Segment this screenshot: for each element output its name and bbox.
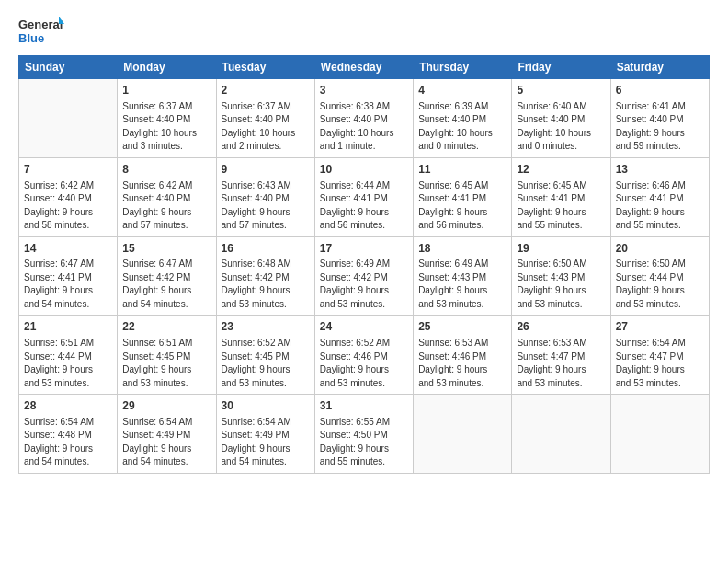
calendar-cell: 25Sunrise: 6:53 AMSunset: 4:46 PMDayligh… xyxy=(414,316,512,395)
day-info: Sunrise: 6:46 AMSunset: 4:41 PMDaylight:… xyxy=(616,179,704,233)
day-number: 24 xyxy=(320,319,408,335)
day-info: Sunrise: 6:42 AMSunset: 4:40 PMDaylight:… xyxy=(122,179,210,233)
day-number: 14 xyxy=(24,241,112,257)
day-number: 6 xyxy=(616,83,704,98)
day-number: 5 xyxy=(517,83,605,98)
calendar-cell: 18Sunrise: 6:49 AMSunset: 4:43 PMDayligh… xyxy=(414,236,512,316)
day-number: 30 xyxy=(222,398,310,414)
day-info: Sunrise: 6:50 AMSunset: 4:43 PMDaylight:… xyxy=(517,258,605,311)
day-number: 1 xyxy=(122,83,210,98)
day-number: 27 xyxy=(616,319,704,335)
day-info: Sunrise: 6:49 AMSunset: 4:42 PMDaylight:… xyxy=(320,258,408,311)
day-info: Sunrise: 6:51 AMSunset: 4:45 PMDaylight:… xyxy=(122,337,210,390)
calendar-header-row: SundayMondayTuesdayWednesdayThursdayFrid… xyxy=(19,56,710,79)
day-info: Sunrise: 6:47 AMSunset: 4:42 PMDaylight:… xyxy=(122,258,210,311)
day-number: 22 xyxy=(122,319,210,335)
calendar-cell: 26Sunrise: 6:53 AMSunset: 4:47 PMDayligh… xyxy=(512,316,610,395)
day-number: 15 xyxy=(122,241,210,257)
day-info: Sunrise: 6:37 AMSunset: 4:40 PMDaylight:… xyxy=(122,100,210,154)
calendar-cell xyxy=(414,395,512,474)
day-info: Sunrise: 6:51 AMSunset: 4:44 PMDaylight:… xyxy=(24,337,112,390)
calendar-cell: 28Sunrise: 6:54 AMSunset: 4:48 PMDayligh… xyxy=(19,395,118,474)
calendar-cell: 10Sunrise: 6:44 AMSunset: 4:41 PMDayligh… xyxy=(314,157,413,236)
day-number: 10 xyxy=(320,162,408,178)
day-number: 19 xyxy=(517,241,605,257)
calendar-cell: 2Sunrise: 6:37 AMSunset: 4:40 PMDaylight… xyxy=(216,79,314,158)
day-info: Sunrise: 6:41 AMSunset: 4:40 PMDaylight:… xyxy=(616,100,704,154)
header: General Blue xyxy=(18,15,710,48)
calendar-cell: 11Sunrise: 6:45 AMSunset: 4:41 PMDayligh… xyxy=(414,157,512,236)
calendar-week-3: 14Sunrise: 6:47 AMSunset: 4:41 PMDayligh… xyxy=(19,236,710,316)
day-info: Sunrise: 6:53 AMSunset: 4:46 PMDaylight:… xyxy=(418,337,506,390)
calendar-cell: 13Sunrise: 6:46 AMSunset: 4:41 PMDayligh… xyxy=(610,157,709,236)
calendar-cell xyxy=(19,79,118,158)
svg-text:Blue: Blue xyxy=(18,31,44,45)
calendar-cell: 12Sunrise: 6:45 AMSunset: 4:41 PMDayligh… xyxy=(512,157,610,236)
calendar-cell: 20Sunrise: 6:50 AMSunset: 4:44 PMDayligh… xyxy=(610,236,709,316)
day-info: Sunrise: 6:52 AMSunset: 4:45 PMDaylight:… xyxy=(222,337,310,390)
day-info: Sunrise: 6:54 AMSunset: 4:49 PMDaylight:… xyxy=(122,416,210,469)
calendar-cell: 7Sunrise: 6:42 AMSunset: 4:40 PMDaylight… xyxy=(19,157,118,236)
calendar-cell: 19Sunrise: 6:50 AMSunset: 4:43 PMDayligh… xyxy=(512,236,610,316)
logo-svg: General Blue xyxy=(18,15,64,48)
calendar-cell: 3Sunrise: 6:38 AMSunset: 4:40 PMDaylight… xyxy=(314,79,413,158)
day-number: 3 xyxy=(320,83,408,98)
day-info: Sunrise: 6:38 AMSunset: 4:40 PMDaylight:… xyxy=(320,100,408,154)
day-number: 2 xyxy=(222,83,310,98)
calendar-cell: 14Sunrise: 6:47 AMSunset: 4:41 PMDayligh… xyxy=(19,236,118,316)
day-number: 26 xyxy=(517,319,605,335)
day-number: 13 xyxy=(616,162,704,178)
calendar-header-sunday: Sunday xyxy=(19,56,118,79)
day-info: Sunrise: 6:39 AMSunset: 4:40 PMDaylight:… xyxy=(418,100,506,154)
calendar-cell: 1Sunrise: 6:37 AMSunset: 4:40 PMDaylight… xyxy=(118,79,216,158)
day-info: Sunrise: 6:44 AMSunset: 4:41 PMDaylight:… xyxy=(320,179,408,233)
day-info: Sunrise: 6:52 AMSunset: 4:46 PMDaylight:… xyxy=(320,337,408,390)
day-info: Sunrise: 6:54 AMSunset: 4:47 PMDaylight:… xyxy=(616,337,704,390)
calendar-cell: 31Sunrise: 6:55 AMSunset: 4:50 PMDayligh… xyxy=(314,395,413,474)
day-info: Sunrise: 6:53 AMSunset: 4:47 PMDaylight:… xyxy=(517,337,605,390)
calendar-cell: 4Sunrise: 6:39 AMSunset: 4:40 PMDaylight… xyxy=(414,79,512,158)
calendar-header-friday: Friday xyxy=(512,56,610,79)
day-info: Sunrise: 6:45 AMSunset: 4:41 PMDaylight:… xyxy=(517,179,605,233)
day-number: 17 xyxy=(320,241,408,257)
calendar-header-monday: Monday xyxy=(118,56,216,79)
calendar-cell: 23Sunrise: 6:52 AMSunset: 4:45 PMDayligh… xyxy=(216,316,314,395)
calendar-cell: 5Sunrise: 6:40 AMSunset: 4:40 PMDaylight… xyxy=(512,79,610,158)
day-number: 18 xyxy=(418,241,506,257)
day-info: Sunrise: 6:45 AMSunset: 4:41 PMDaylight:… xyxy=(418,179,506,233)
calendar-cell: 16Sunrise: 6:48 AMSunset: 4:42 PMDayligh… xyxy=(216,236,314,316)
calendar-cell: 17Sunrise: 6:49 AMSunset: 4:42 PMDayligh… xyxy=(314,236,413,316)
day-info: Sunrise: 6:55 AMSunset: 4:50 PMDaylight:… xyxy=(320,416,408,469)
day-number: 29 xyxy=(122,398,210,414)
day-number: 12 xyxy=(517,162,605,178)
day-info: Sunrise: 6:43 AMSunset: 4:40 PMDaylight:… xyxy=(222,179,310,233)
day-info: Sunrise: 6:54 AMSunset: 4:49 PMDaylight:… xyxy=(222,416,310,469)
day-info: Sunrise: 6:37 AMSunset: 4:40 PMDaylight:… xyxy=(222,100,310,154)
calendar: SundayMondayTuesdayWednesdayThursdayFrid… xyxy=(18,55,710,474)
day-number: 28 xyxy=(24,398,112,414)
day-info: Sunrise: 6:54 AMSunset: 4:48 PMDaylight:… xyxy=(24,416,112,469)
calendar-cell: 6Sunrise: 6:41 AMSunset: 4:40 PMDaylight… xyxy=(610,79,709,158)
day-info: Sunrise: 6:42 AMSunset: 4:40 PMDaylight:… xyxy=(24,179,112,233)
day-info: Sunrise: 6:50 AMSunset: 4:44 PMDaylight:… xyxy=(616,258,704,311)
calendar-header-thursday: Thursday xyxy=(414,56,512,79)
calendar-cell: 29Sunrise: 6:54 AMSunset: 4:49 PMDayligh… xyxy=(118,395,216,474)
calendar-header-tuesday: Tuesday xyxy=(216,56,314,79)
calendar-cell: 24Sunrise: 6:52 AMSunset: 4:46 PMDayligh… xyxy=(314,316,413,395)
day-number: 11 xyxy=(418,162,506,178)
calendar-cell: 15Sunrise: 6:47 AMSunset: 4:42 PMDayligh… xyxy=(118,236,216,316)
calendar-cell: 30Sunrise: 6:54 AMSunset: 4:49 PMDayligh… xyxy=(216,395,314,474)
calendar-cell: 27Sunrise: 6:54 AMSunset: 4:47 PMDayligh… xyxy=(610,316,709,395)
calendar-week-4: 21Sunrise: 6:51 AMSunset: 4:44 PMDayligh… xyxy=(19,316,710,395)
page: General Blue SundayMondayTuesdayWednesda… xyxy=(0,0,728,563)
day-number: 20 xyxy=(616,241,704,257)
calendar-cell: 21Sunrise: 6:51 AMSunset: 4:44 PMDayligh… xyxy=(19,316,118,395)
day-number: 8 xyxy=(122,162,210,178)
day-number: 25 xyxy=(418,319,506,335)
day-number: 23 xyxy=(222,319,310,335)
day-number: 7 xyxy=(24,162,112,178)
calendar-week-1: 1Sunrise: 6:37 AMSunset: 4:40 PMDaylight… xyxy=(19,79,710,158)
day-number: 21 xyxy=(24,319,112,335)
svg-text:General: General xyxy=(18,17,63,31)
day-number: 9 xyxy=(222,162,310,178)
